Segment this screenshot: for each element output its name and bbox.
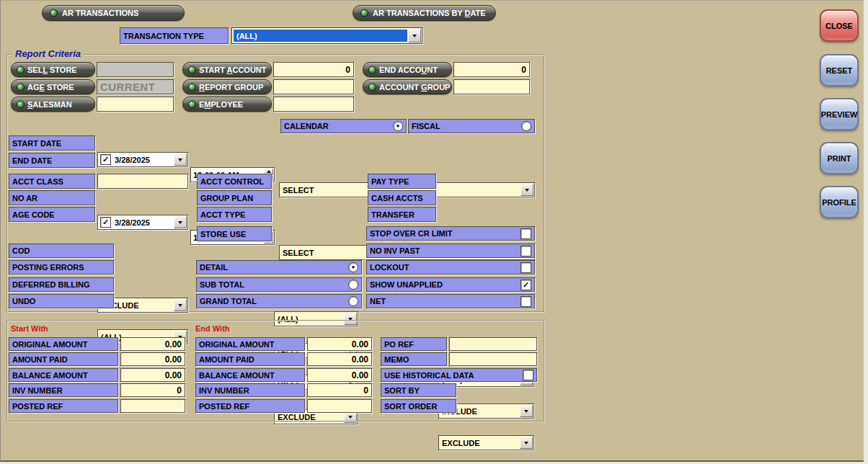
end-inv-number-field[interactable]: 0: [307, 383, 372, 397]
end-balance-amount-field[interactable]: 0.00: [307, 368, 372, 382]
end-amount-paid-field[interactable]: 0.00: [307, 352, 372, 366]
report-group-button[interactable]: REPORT GROUP: [182, 79, 272, 94]
led-icon: [50, 9, 58, 17]
end-date-picker[interactable]: ✓ 3/28/2025: [97, 215, 188, 230]
po-ref-label: PO REF: [381, 337, 447, 351]
age-store-button[interactable]: AGE STORE: [11, 79, 95, 94]
no-ar-label: NO AR: [9, 190, 95, 205]
acct-control-label: ACCT CONTROL: [197, 174, 272, 189]
calendar-option[interactable]: CALENDAR ●: [280, 119, 407, 133]
lockout-checkbox[interactable]: [521, 262, 531, 273]
dropdown-arrow-icon[interactable]: [408, 29, 421, 43]
report-group-field[interactable]: [273, 79, 354, 94]
grand-total-radio[interactable]: [348, 296, 358, 306]
print-button[interactable]: PRINT: [820, 142, 859, 174]
grand-total-option[interactable]: GRAND TOTAL: [196, 294, 362, 308]
start-amount-paid-field[interactable]: 0.00: [120, 352, 185, 366]
use-historical-data-option[interactable]: USE HISTORICAL DATA: [381, 368, 537, 382]
start-balance-amount-field[interactable]: 0.00: [120, 368, 185, 382]
close-button[interactable]: CLOSE: [820, 9, 859, 42]
account-group-button[interactable]: ACCOUNT GROUP: [363, 79, 452, 94]
end-balance-amount-label: BALANCE AMOUNT: [195, 368, 305, 382]
dropdown-arrow-icon[interactable]: [521, 184, 533, 196]
transfer-select[interactable]: EXCLUDE: [438, 435, 534, 450]
net-checkbox[interactable]: [521, 296, 531, 307]
end-amount-paid-label: AMOUNT PAID: [195, 352, 305, 366]
memo-field[interactable]: [449, 352, 537, 366]
led-icon: [17, 66, 25, 73]
po-ref-field[interactable]: [449, 337, 537, 351]
end-account-field[interactable]: 0: [453, 62, 530, 77]
end-account-button[interactable]: END ACCOUNT: [363, 62, 452, 77]
start-inv-number-label: INV NUMBER: [9, 383, 118, 397]
acct-class-field[interactable]: [97, 174, 188, 189]
salesman-button[interactable]: SALESMAN: [11, 97, 95, 112]
calendar-radio[interactable]: ●: [393, 121, 403, 131]
undo-label: UNDO: [9, 294, 114, 308]
tab-label: AR TRANSACTIONS: [62, 9, 138, 17]
sub-total-option[interactable]: SUB TOTAL: [196, 277, 362, 292]
show-unapplied-option[interactable]: SHOW UNAPPLIED✓: [366, 277, 535, 292]
preview-button[interactable]: PREVIEW: [820, 98, 859, 130]
sub-total-radio[interactable]: [348, 280, 358, 290]
led-icon: [368, 83, 376, 91]
store-use-label: STORE USE: [197, 226, 272, 241]
salesman-field[interactable]: [97, 97, 174, 112]
start-date-checkbox[interactable]: ✓: [100, 154, 111, 165]
show-unapplied-checkbox[interactable]: ✓: [521, 280, 531, 290]
end-original-amount-field[interactable]: 0.00: [307, 337, 372, 351]
reset-button[interactable]: RESET: [820, 54, 859, 86]
end-date-checkbox[interactable]: ✓: [100, 217, 111, 228]
start-account-button[interactable]: START ACCOUNT: [182, 62, 272, 77]
detail-option[interactable]: DETAIL●: [196, 260, 362, 275]
start-inv-number-field[interactable]: 0: [120, 383, 185, 397]
cash-accts-label: CASH ACCTS: [368, 190, 436, 205]
tab-ar-transactions-by-date[interactable]: AR TRANSACTIONS BY DATE: [353, 5, 496, 21]
end-posted-ref-field[interactable]: [307, 399, 372, 413]
tab-ar-transactions[interactable]: AR TRANSACTIONS: [42, 5, 185, 21]
start-date-picker[interactable]: ✓ 3/28/2025: [97, 152, 188, 167]
end-with-title: End With: [195, 324, 230, 333]
start-account-field[interactable]: 0: [273, 62, 354, 77]
stop-over-cr-limit-checkbox[interactable]: [521, 228, 531, 239]
transaction-type-value: (ALL): [234, 30, 407, 42]
start-original-amount-label: ORIGINAL AMOUNT: [9, 337, 118, 351]
acct-type-label: ACCT TYPE: [197, 207, 272, 222]
end-posted-ref-label: POSTED REF: [195, 399, 305, 413]
led-icon: [17, 83, 25, 91]
no-inv-past-option[interactable]: NO INV PAST: [366, 244, 535, 258]
detail-radio[interactable]: ●: [348, 262, 358, 272]
dropdown-arrow-icon[interactable]: [174, 153, 187, 166]
posting-errors-label: POSTING ERRORS: [9, 260, 114, 275]
fiscal-radio[interactable]: [521, 121, 531, 131]
net-option[interactable]: NET: [366, 294, 535, 308]
led-icon: [188, 66, 196, 73]
dropdown-arrow-icon[interactable]: [174, 299, 187, 311]
led-icon: [368, 66, 376, 73]
dropdown-arrow-icon[interactable]: [174, 216, 187, 228]
sort-order-label: SORT ORDER: [381, 399, 456, 413]
start-posted-ref-label: POSTED REF: [9, 399, 118, 413]
use-historical-data-checkbox[interactable]: [523, 370, 533, 380]
employee-field[interactable]: [273, 97, 354, 112]
report-window: AR TRANSACTIONS AR TRANSACTIONS BY DATE …: [0, 0, 864, 462]
account-group-field[interactable]: [453, 79, 530, 94]
employee-button[interactable]: EMPLOYEE: [182, 97, 272, 112]
start-amount-paid-label: AMOUNT PAID: [9, 352, 118, 366]
no-inv-past-checkbox[interactable]: [521, 246, 531, 256]
profile-button[interactable]: PROFILE: [820, 186, 859, 218]
start-original-amount-field[interactable]: 0.00: [120, 337, 185, 351]
start-posted-ref-field[interactable]: [120, 399, 185, 413]
led-icon: [188, 100, 196, 108]
fiscal-option[interactable]: FISCAL: [408, 119, 535, 133]
transaction-type-select[interactable]: (ALL): [231, 27, 422, 44]
stop-over-cr-limit-option[interactable]: STOP OVER CR LIMIT: [366, 226, 535, 241]
memo-label: MEMO: [381, 352, 447, 366]
sell-store-button[interactable]: SELL STORE: [11, 62, 95, 77]
group-plan-label: GROUP PLAN: [197, 190, 272, 205]
acct-class-label: ACCT CLASS: [9, 174, 95, 189]
end-date-label: END DATE: [9, 153, 95, 168]
dropdown-arrow-icon[interactable]: [520, 437, 533, 449]
lockout-option[interactable]: LOCKOUT: [366, 260, 535, 275]
report-criteria-title: Report Criteria: [12, 48, 84, 59]
